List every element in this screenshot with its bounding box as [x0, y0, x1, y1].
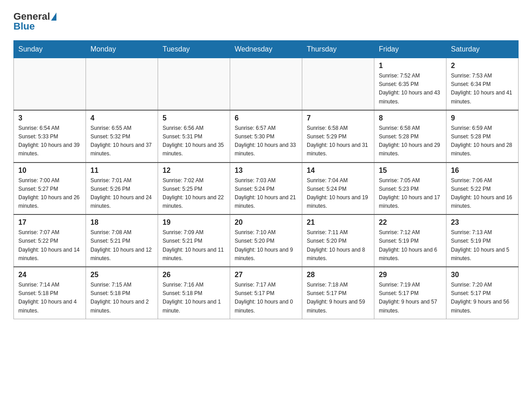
logo-triangle-icon: [51, 13, 56, 21]
weekday-header-wednesday: Wednesday: [230, 41, 302, 58]
day-number: 27: [235, 271, 297, 279]
calendar-day-cell: 13Sunrise: 7:03 AM Sunset: 5:24 PM Dayli…: [230, 163, 302, 215]
calendar-day-cell: 6Sunrise: 6:57 AM Sunset: 5:30 PM Daylig…: [230, 110, 302, 163]
calendar-week-row: 24Sunrise: 7:14 AM Sunset: 5:18 PM Dayli…: [14, 267, 519, 319]
calendar-day-cell: 30Sunrise: 7:20 AM Sunset: 5:17 PM Dayli…: [446, 267, 519, 319]
day-number: 25: [90, 271, 153, 279]
day-info: Sunrise: 7:05 AM Sunset: 5:23 PM Dayligh…: [379, 176, 442, 211]
calendar-day-cell: [230, 58, 302, 110]
calendar-week-row: 17Sunrise: 7:07 AM Sunset: 5:22 PM Dayli…: [14, 214, 519, 267]
day-number: 4: [90, 114, 153, 122]
calendar-day-cell: 24Sunrise: 7:14 AM Sunset: 5:18 PM Dayli…: [14, 267, 86, 319]
day-number: 28: [307, 271, 369, 279]
day-number: 24: [18, 271, 81, 279]
day-info: Sunrise: 6:58 AM Sunset: 5:29 PM Dayligh…: [307, 124, 369, 158]
day-info: Sunrise: 7:19 AM Sunset: 5:17 PM Dayligh…: [379, 281, 442, 315]
calendar-day-cell: 25Sunrise: 7:15 AM Sunset: 5:18 PM Dayli…: [86, 267, 158, 319]
day-info: Sunrise: 7:14 AM Sunset: 5:18 PM Dayligh…: [18, 281, 81, 315]
calendar-day-cell: 11Sunrise: 7:01 AM Sunset: 5:26 PM Dayli…: [86, 163, 158, 215]
calendar-day-cell: [302, 58, 374, 110]
day-info: Sunrise: 7:12 AM Sunset: 5:19 PM Dayligh…: [379, 228, 442, 263]
weekday-header-sunday: Sunday: [14, 41, 86, 58]
calendar-day-cell: [86, 58, 158, 110]
day-info: Sunrise: 7:10 AM Sunset: 5:20 PM Dayligh…: [235, 228, 297, 263]
calendar-day-cell: 10Sunrise: 7:00 AM Sunset: 5:27 PM Dayli…: [14, 163, 86, 215]
day-info: Sunrise: 6:54 AM Sunset: 5:33 PM Dayligh…: [18, 124, 81, 158]
calendar-day-cell: 9Sunrise: 6:59 AM Sunset: 5:28 PM Daylig…: [446, 110, 519, 163]
day-info: Sunrise: 7:06 AM Sunset: 5:22 PM Dayligh…: [451, 176, 514, 211]
calendar-week-row: 10Sunrise: 7:00 AM Sunset: 5:27 PM Dayli…: [14, 163, 519, 215]
calendar-day-cell: 28Sunrise: 7:18 AM Sunset: 5:17 PM Dayli…: [302, 267, 374, 319]
calendar-week-row: 3Sunrise: 6:54 AM Sunset: 5:33 PM Daylig…: [14, 110, 519, 163]
day-info: Sunrise: 6:58 AM Sunset: 5:28 PM Dayligh…: [379, 124, 442, 158]
day-number: 8: [379, 114, 442, 122]
day-info: Sunrise: 6:56 AM Sunset: 5:31 PM Dayligh…: [163, 124, 225, 158]
calendar-day-cell: 18Sunrise: 7:08 AM Sunset: 5:21 PM Dayli…: [86, 214, 158, 267]
weekday-header-tuesday: Tuesday: [158, 41, 230, 58]
day-number: 20: [235, 218, 297, 227]
day-number: 9: [451, 114, 514, 122]
day-number: 14: [307, 167, 369, 175]
weekday-header-thursday: Thursday: [302, 41, 374, 58]
day-info: Sunrise: 6:59 AM Sunset: 5:28 PM Dayligh…: [451, 124, 514, 158]
day-info: Sunrise: 7:16 AM Sunset: 5:18 PM Dayligh…: [163, 281, 225, 315]
day-number: 19: [163, 218, 225, 227]
day-info: Sunrise: 7:04 AM Sunset: 5:24 PM Dayligh…: [307, 176, 369, 211]
day-number: 15: [379, 167, 442, 175]
header: General Blue: [13, 11, 519, 32]
calendar-day-cell: 3Sunrise: 6:54 AM Sunset: 5:33 PM Daylig…: [14, 110, 86, 163]
calendar-day-cell: 20Sunrise: 7:10 AM Sunset: 5:20 PM Dayli…: [230, 214, 302, 267]
day-info: Sunrise: 6:55 AM Sunset: 5:32 PM Dayligh…: [90, 124, 153, 158]
day-number: 17: [18, 218, 81, 227]
calendar-day-cell: 1Sunrise: 7:52 AM Sunset: 6:35 PM Daylig…: [374, 58, 446, 110]
calendar-day-cell: [158, 58, 230, 110]
calendar-day-cell: 26Sunrise: 7:16 AM Sunset: 5:18 PM Dayli…: [158, 267, 230, 319]
calendar-day-cell: 14Sunrise: 7:04 AM Sunset: 5:24 PM Dayli…: [302, 163, 374, 215]
day-info: Sunrise: 7:53 AM Sunset: 6:34 PM Dayligh…: [451, 72, 514, 106]
calendar-day-cell: 8Sunrise: 6:58 AM Sunset: 5:28 PM Daylig…: [374, 110, 446, 163]
day-info: Sunrise: 7:11 AM Sunset: 5:20 PM Dayligh…: [307, 228, 369, 263]
calendar-table: SundayMondayTuesdayWednesdayThursdayFrid…: [13, 40, 519, 319]
day-info: Sunrise: 7:15 AM Sunset: 5:18 PM Dayligh…: [90, 281, 153, 315]
day-info: Sunrise: 7:17 AM Sunset: 5:17 PM Dayligh…: [235, 281, 297, 315]
calendar-day-cell: 27Sunrise: 7:17 AM Sunset: 5:17 PM Dayli…: [230, 267, 302, 319]
day-number: 10: [18, 167, 81, 175]
day-number: 6: [235, 114, 297, 122]
day-number: 30: [451, 271, 514, 279]
day-number: 16: [451, 167, 514, 175]
day-number: 13: [235, 167, 297, 175]
day-info: Sunrise: 7:00 AM Sunset: 5:27 PM Dayligh…: [18, 176, 81, 211]
calendar-day-cell: 23Sunrise: 7:13 AM Sunset: 5:19 PM Dayli…: [446, 214, 519, 267]
logo: General Blue: [13, 11, 57, 32]
calendar-day-cell: 22Sunrise: 7:12 AM Sunset: 5:19 PM Dayli…: [374, 214, 446, 267]
day-number: 11: [90, 167, 153, 175]
day-number: 29: [379, 271, 442, 279]
weekday-header-saturday: Saturday: [446, 41, 519, 58]
day-number: 5: [163, 114, 225, 122]
calendar-day-cell: 29Sunrise: 7:19 AM Sunset: 5:17 PM Dayli…: [374, 267, 446, 319]
day-info: Sunrise: 7:01 AM Sunset: 5:26 PM Dayligh…: [90, 176, 153, 211]
day-info: Sunrise: 7:03 AM Sunset: 5:24 PM Dayligh…: [235, 176, 297, 211]
day-number: 26: [163, 271, 225, 279]
calendar-day-cell: 7Sunrise: 6:58 AM Sunset: 5:29 PM Daylig…: [302, 110, 374, 163]
day-info: Sunrise: 7:18 AM Sunset: 5:17 PM Dayligh…: [307, 281, 369, 315]
calendar-day-cell: 16Sunrise: 7:06 AM Sunset: 5:22 PM Dayli…: [446, 163, 519, 215]
day-number: 22: [379, 218, 442, 227]
calendar-day-cell: 5Sunrise: 6:56 AM Sunset: 5:31 PM Daylig…: [158, 110, 230, 163]
day-number: 18: [90, 218, 153, 227]
weekday-header-row: SundayMondayTuesdayWednesdayThursdayFrid…: [14, 41, 519, 58]
logo-blue-text: Blue: [13, 21, 35, 32]
calendar-day-cell: [14, 58, 86, 110]
calendar-day-cell: 12Sunrise: 7:02 AM Sunset: 5:25 PM Dayli…: [158, 163, 230, 215]
day-number: 3: [18, 114, 81, 122]
day-info: Sunrise: 7:09 AM Sunset: 5:21 PM Dayligh…: [163, 228, 225, 263]
day-info: Sunrise: 7:08 AM Sunset: 5:21 PM Dayligh…: [90, 228, 153, 263]
calendar-day-cell: 17Sunrise: 7:07 AM Sunset: 5:22 PM Dayli…: [14, 214, 86, 267]
day-number: 21: [307, 218, 369, 227]
day-number: 23: [451, 218, 514, 227]
weekday-header-friday: Friday: [374, 41, 446, 58]
calendar-day-cell: 21Sunrise: 7:11 AM Sunset: 5:20 PM Dayli…: [302, 214, 374, 267]
calendar-day-cell: 4Sunrise: 6:55 AM Sunset: 5:32 PM Daylig…: [86, 110, 158, 163]
day-info: Sunrise: 7:20 AM Sunset: 5:17 PM Dayligh…: [451, 281, 514, 315]
day-info: Sunrise: 7:07 AM Sunset: 5:22 PM Dayligh…: [18, 228, 81, 263]
